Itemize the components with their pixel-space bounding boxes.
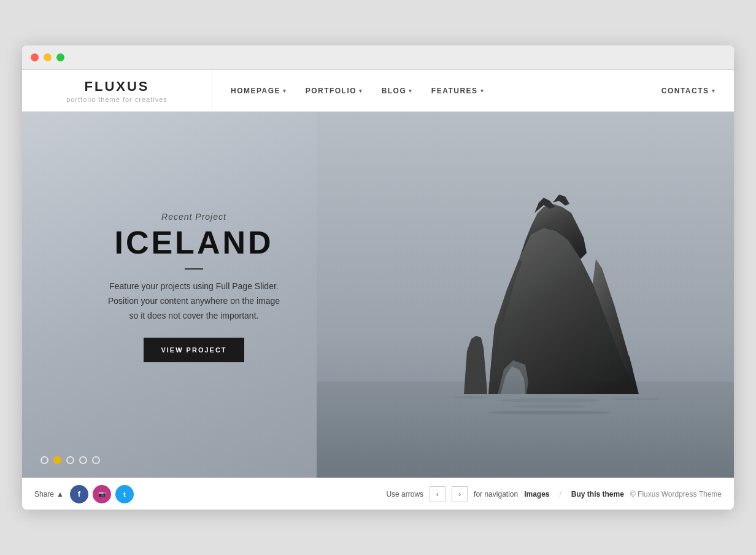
chevron-down-icon: ▾ xyxy=(359,88,363,94)
twitter-icon[interactable]: t xyxy=(115,485,134,503)
hero-content: Recent Project ICELAND Feature your proj… xyxy=(83,212,304,362)
copyright-text: © Fluxus Wordpress Theme xyxy=(630,490,722,499)
recent-project-label: Recent Project xyxy=(83,212,304,222)
next-arrow-button[interactable]: › xyxy=(452,486,468,502)
prev-arrow-button[interactable]: ‹ xyxy=(430,486,446,502)
slider-dot-1[interactable] xyxy=(40,456,48,464)
svg-point-6 xyxy=(452,396,488,398)
svg-rect-1 xyxy=(317,382,734,478)
browser-window: FLUXUS portfolio theme for creatives HOM… xyxy=(22,45,734,510)
for-navigation-label: for navigation xyxy=(474,490,518,499)
hero-description: Feature your projects using Full Page Sl… xyxy=(83,279,304,323)
footer-bar: Share ▲ f 📷 t Use arrows ‹ › for navigat… xyxy=(22,478,734,510)
chevron-down-icon: ▾ xyxy=(283,88,287,94)
slider-dot-4[interactable] xyxy=(79,456,87,464)
slider-dots xyxy=(40,456,100,464)
share-button[interactable]: Share ▲ xyxy=(34,490,64,499)
nav-item-features[interactable]: FEATURES ▾ xyxy=(431,70,484,111)
minimize-button[interactable] xyxy=(44,53,52,61)
slider-dot-3[interactable] xyxy=(66,456,74,464)
footer-divider: / xyxy=(560,490,561,499)
footer-left: Share ▲ f 📷 t xyxy=(34,485,134,503)
maximize-button[interactable] xyxy=(56,53,64,61)
social-icons: f 📷 t xyxy=(70,485,134,503)
svg-point-3 xyxy=(501,398,599,403)
nav-links: HOMEPAGE ▾ PORTFOLIO ▾ BLOG ▾ FEATURES ▾ xyxy=(212,70,643,111)
nav-item-blog[interactable]: BLOG ▾ xyxy=(382,70,413,111)
brand-name: FLUXUS xyxy=(85,79,150,95)
footer-right: Use arrows ‹ › for navigation Images / B… xyxy=(386,486,722,502)
hero-image xyxy=(317,112,734,478)
close-button[interactable] xyxy=(31,53,39,61)
hero-title: ICELAND xyxy=(83,227,304,258)
nav-item-portfolio[interactable]: PORTFOLIO ▾ xyxy=(306,70,363,111)
buy-theme-link[interactable]: Buy this theme xyxy=(571,490,624,499)
slider-dot-2[interactable] xyxy=(53,456,61,464)
slider-dot-5[interactable] xyxy=(92,456,100,464)
chevron-down-icon: ▾ xyxy=(480,88,485,94)
traffic-lights xyxy=(31,53,64,61)
svg-point-7 xyxy=(611,398,660,400)
images-link[interactable]: Images xyxy=(524,490,549,499)
nav-item-contacts[interactable]: CONTACTS ▾ xyxy=(643,87,734,95)
title-bar xyxy=(22,45,734,70)
brand-tagline: portfolio theme for creatives xyxy=(66,96,168,103)
chevron-up-icon: ▲ xyxy=(56,490,64,499)
hero-slider: Recent Project ICELAND Feature your proj… xyxy=(22,112,734,478)
instagram-icon[interactable]: 📷 xyxy=(93,485,111,503)
svg-point-4 xyxy=(513,405,587,408)
view-project-button[interactable]: VIEW PROJECT xyxy=(144,338,244,362)
use-arrows-label: Use arrows xyxy=(386,490,423,499)
nav-bar: FLUXUS portfolio theme for creatives HOM… xyxy=(22,70,734,112)
chevron-down-icon: ▾ xyxy=(409,88,413,94)
chevron-down-icon: ▾ xyxy=(712,88,716,94)
nav-item-homepage[interactable]: HOMEPAGE ▾ xyxy=(231,70,287,111)
facebook-icon[interactable]: f xyxy=(70,485,88,503)
svg-point-5 xyxy=(488,411,611,414)
hero-divider xyxy=(185,268,203,270)
brand-area: FLUXUS portfolio theme for creatives xyxy=(22,70,212,111)
